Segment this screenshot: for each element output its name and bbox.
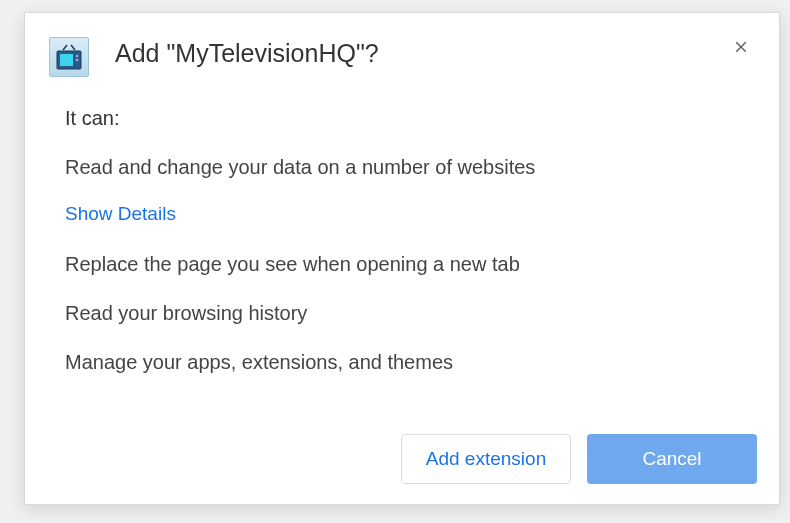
extension-icon — [49, 37, 89, 77]
dialog-header: Add "MyTelevisionHQ"? — [25, 13, 779, 77]
svg-line-5 — [71, 45, 75, 50]
permission-item: Read and change your data on a number of… — [65, 154, 739, 181]
show-details-link[interactable]: Show Details — [65, 203, 176, 225]
dialog-footer: Add extension Cancel — [401, 434, 757, 484]
dialog-body: It can: Read and change your data on a n… — [25, 77, 779, 376]
add-extension-button[interactable]: Add extension — [401, 434, 571, 484]
close-button[interactable] — [727, 33, 755, 61]
permission-item: Read your browsing history — [65, 300, 739, 327]
permission-item: Replace the page you see when opening a … — [65, 251, 739, 278]
cancel-button[interactable]: Cancel — [587, 434, 757, 484]
svg-rect-1 — [60, 54, 73, 66]
svg-point-2 — [76, 55, 79, 58]
dialog-title: Add "MyTelevisionHQ"? — [115, 37, 715, 70]
svg-point-3 — [76, 59, 79, 62]
svg-line-4 — [63, 45, 67, 50]
close-icon — [732, 38, 750, 56]
it-can-label: It can: — [65, 107, 739, 130]
extension-install-dialog: Add "MyTelevisionHQ"? It can: Read and c… — [24, 12, 780, 505]
permission-item: Manage your apps, extensions, and themes — [65, 349, 739, 376]
